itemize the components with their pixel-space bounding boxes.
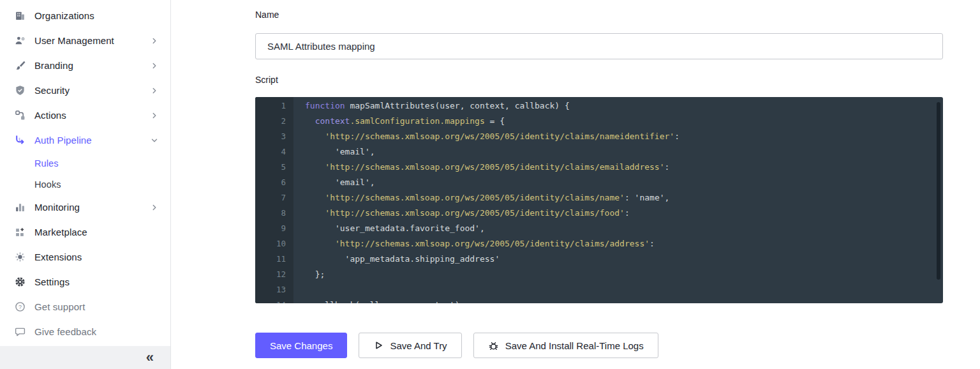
code-line: 'http://schemas.xmlsoap.org/ws/2005/05/i… bbox=[305, 236, 943, 252]
feedback-icon bbox=[14, 326, 26, 338]
save-changes-button[interactable]: Save Changes bbox=[255, 333, 347, 358]
code-line: callback(null, user, context); bbox=[305, 297, 943, 303]
code-line: 'http://schemas.xmlsoap.org/ws/2005/05/i… bbox=[305, 206, 943, 221]
sidebar-item-label: Extensions bbox=[34, 252, 159, 262]
code-line: context.samlConfiguration.mappings = { bbox=[305, 114, 943, 129]
chevron-right-icon bbox=[150, 61, 159, 70]
sidebar-item-label: Security bbox=[34, 85, 150, 96]
script-editor[interactable]: 1234567891011121314 function mapSamlAttr… bbox=[255, 97, 943, 303]
sidebar-item-label: Marketplace bbox=[34, 227, 159, 237]
sidebar-item-label: Monitoring bbox=[34, 202, 150, 213]
sidebar-item-settings[interactable]: Settings bbox=[0, 269, 170, 294]
sidebar-item-give-feedback[interactable]: Give feedback bbox=[0, 319, 170, 344]
line-number: 4 bbox=[255, 144, 293, 160]
sidebar: OrganizationsUser ManagementBrandingSecu… bbox=[0, 0, 171, 369]
sidebar-nav-list: OrganizationsUser ManagementBrandingSecu… bbox=[0, 0, 170, 344]
script-label: Script bbox=[255, 75, 278, 85]
save-and-try-button[interactable]: Save And Try bbox=[359, 333, 461, 358]
sidebar-item-label: Hooks bbox=[34, 179, 159, 190]
code-line: 'email', bbox=[305, 175, 943, 190]
monitoring-icon bbox=[14, 202, 26, 213]
rule-name-input[interactable] bbox=[255, 33, 943, 59]
code-line: 'http://schemas.xmlsoap.org/ws/2005/05/i… bbox=[305, 129, 943, 144]
sidebar-item-security[interactable]: Security bbox=[0, 78, 170, 103]
chevron-right-icon bbox=[150, 36, 159, 45]
line-number: 6 bbox=[255, 175, 293, 190]
sidebar-item-label: Branding bbox=[34, 60, 150, 71]
sidebar-item-get-support[interactable]: ?Get support bbox=[0, 294, 170, 319]
code-line: 'email', bbox=[305, 144, 943, 160]
sidebar-item-label: Auth Pipeline bbox=[34, 135, 150, 146]
line-number: 9 bbox=[255, 221, 293, 236]
play-icon bbox=[373, 340, 383, 350]
organizations-icon bbox=[14, 10, 26, 22]
sidebar-item-organizations[interactable]: Organizations bbox=[0, 3, 170, 28]
sidebar-footer: « bbox=[0, 346, 170, 369]
svg-text:?: ? bbox=[18, 304, 21, 310]
help-icon: ? bbox=[14, 301, 26, 313]
sidebar-item-monitoring[interactable]: Monitoring bbox=[0, 195, 170, 220]
sidebar-item-marketplace[interactable]: Marketplace bbox=[0, 220, 170, 245]
sidebar-item-extensions[interactable]: Extensions bbox=[0, 245, 170, 269]
line-number: 11 bbox=[255, 252, 293, 267]
save-and-install-label: Save And Install Real-Time Logs bbox=[505, 340, 644, 351]
name-label: Name bbox=[255, 10, 279, 20]
sidebar-item-label: Give feedback bbox=[34, 326, 159, 337]
line-number: 1 bbox=[255, 98, 293, 114]
marketplace-icon bbox=[14, 227, 26, 238]
chevron-right-icon bbox=[150, 111, 159, 120]
sidebar-item-label: Get support bbox=[34, 301, 159, 312]
sidebar-item-label: Settings bbox=[34, 276, 159, 287]
code-line bbox=[305, 282, 943, 297]
sidebar-item-label: Actions bbox=[34, 110, 150, 121]
code-line: 'app_metadata.shipping_address' bbox=[305, 252, 943, 267]
rule-editor-panel: Name Script 1234567891011121314 function… bbox=[255, 0, 943, 369]
sidebar-item-label: User Management bbox=[34, 35, 150, 46]
line-number: 12 bbox=[255, 267, 293, 282]
save-and-install-logs-button[interactable]: Save And Install Real-Time Logs bbox=[473, 333, 658, 358]
editor-line-numbers: 1234567891011121314 bbox=[255, 97, 293, 303]
chevron-down-icon bbox=[150, 136, 159, 145]
settings-icon bbox=[14, 276, 26, 288]
save-changes-label: Save Changes bbox=[270, 340, 332, 351]
line-number: 2 bbox=[255, 114, 293, 129]
bug-icon bbox=[488, 340, 499, 351]
user-management-icon bbox=[14, 35, 26, 47]
code-line: }; bbox=[305, 267, 943, 282]
auth-pipeline-icon bbox=[14, 135, 26, 146]
actions-bar: Save Changes Save And Try Save And Insta… bbox=[255, 333, 658, 358]
line-number: 8 bbox=[255, 206, 293, 221]
collapse-sidebar-icon[interactable]: « bbox=[146, 349, 154, 366]
sidebar-item-rules[interactable]: Rules bbox=[0, 153, 170, 174]
line-number: 14 bbox=[255, 297, 293, 303]
code-line: 'user_metadata.favorite_food', bbox=[305, 221, 943, 236]
line-number: 3 bbox=[255, 129, 293, 144]
sidebar-item-label: Rules bbox=[34, 158, 159, 169]
editor-scrollbar[interactable] bbox=[937, 102, 940, 280]
code-line: 'http://schemas.xmlsoap.org/ws/2005/05/i… bbox=[305, 190, 943, 206]
chevron-right-icon bbox=[150, 203, 159, 212]
branding-icon bbox=[14, 60, 26, 72]
line-number: 7 bbox=[255, 190, 293, 206]
sidebar-item-branding[interactable]: Branding bbox=[0, 53, 170, 78]
sidebar-item-actions[interactable]: Actions bbox=[0, 103, 170, 128]
line-number: 5 bbox=[255, 160, 293, 175]
actions-icon bbox=[14, 110, 26, 121]
line-number: 13 bbox=[255, 282, 293, 297]
sidebar-item-auth-pipeline[interactable]: Auth Pipeline bbox=[0, 128, 170, 153]
script-editor-lines: function mapSamlAttributes(user, context… bbox=[293, 97, 943, 303]
extensions-icon bbox=[14, 252, 26, 263]
line-number: 10 bbox=[255, 236, 293, 252]
code-line: 'http://schemas.xmlsoap.org/ws/2005/05/i… bbox=[305, 160, 943, 175]
save-and-try-label: Save And Try bbox=[390, 340, 447, 351]
security-icon bbox=[14, 85, 26, 96]
code-line: function mapSamlAttributes(user, context… bbox=[305, 98, 943, 114]
chevron-right-icon bbox=[150, 86, 159, 95]
sidebar-item-user-management[interactable]: User Management bbox=[0, 28, 170, 53]
sidebar-item-label: Organizations bbox=[34, 10, 159, 21]
sidebar-item-hooks[interactable]: Hooks bbox=[0, 174, 170, 195]
